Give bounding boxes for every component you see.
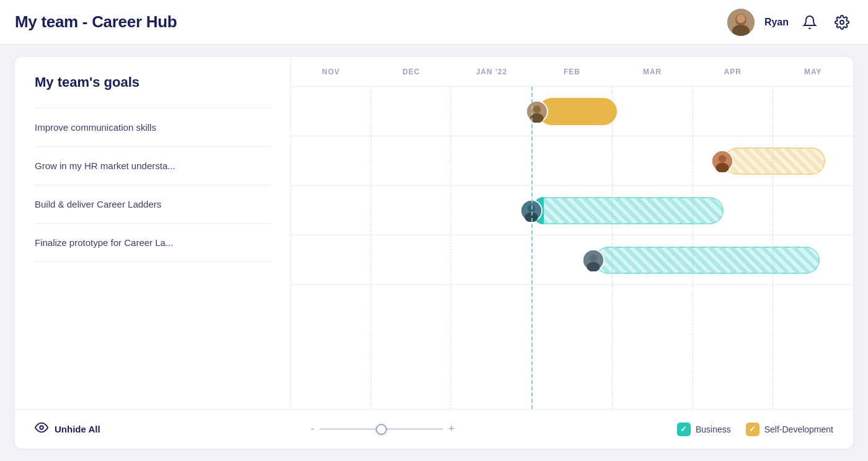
app-header: My team - Career Hub Ryan — [0, 0, 868, 45]
goal-item-4[interactable]: Finalize prototype for Career La... — [35, 224, 270, 262]
legend: ✓ Business ✓ Self-Development — [677, 423, 833, 436]
svg-point-6 — [533, 105, 541, 113]
month-apr: APR — [693, 68, 773, 76]
legend-selfdev-label: Self-Development — [764, 424, 833, 434]
page-title: My team - Career Hub — [15, 12, 177, 32]
legend-business-check[interactable]: ✓ — [677, 423, 691, 436]
month-header-row: NOV DEC JAN '22 FEB MAR APR MAY — [291, 57, 853, 87]
today-line — [531, 87, 533, 409]
gantt-row-4[interactable] — [291, 235, 853, 285]
card-body: My team's goals Improve communication sk… — [15, 57, 853, 409]
month-dec: DEC — [371, 68, 452, 76]
month-mar: MAR — [612, 68, 693, 76]
bar-1-fill — [538, 98, 617, 125]
zoom-thumb[interactable] — [376, 424, 387, 435]
username-label: Ryan — [764, 17, 789, 28]
bar-3-hatch — [544, 197, 724, 224]
zoom-control: - + — [311, 423, 652, 436]
bar-3[interactable] — [521, 197, 724, 224]
gantt-panel: NOV DEC JAN '22 FEB MAR APR MAY — [291, 57, 853, 409]
gantt-row-2[interactable] — [291, 136, 853, 186]
main-content: My team's goals Improve communication sk… — [0, 45, 868, 461]
card-footer: Unhide All - + ✓ Business ✓ — [15, 409, 853, 449]
month-feb: FEB — [532, 68, 613, 76]
bar-4-avatar — [582, 249, 604, 271]
gantt-rows — [291, 87, 853, 409]
goal-list: Improve communication skills Grow in my … — [35, 108, 270, 262]
notification-button[interactable] — [799, 11, 821, 33]
legend-selfdev-check[interactable]: ✓ — [746, 423, 760, 436]
month-nov: NOV — [291, 68, 371, 76]
svg-point-15 — [589, 254, 596, 261]
career-hub-card: My team's goals Improve communication sk… — [15, 57, 853, 449]
footer-left: Unhide All — [35, 421, 311, 437]
svg-point-4 — [840, 20, 844, 24]
goal-item-2[interactable]: Grow in my HR market understa... — [35, 147, 270, 185]
unhide-label[interactable]: Unhide All — [55, 424, 100, 434]
gantt-row-3[interactable] — [291, 186, 853, 235]
svg-point-16 — [587, 261, 600, 271]
settings-button[interactable] — [831, 11, 853, 33]
bar-2[interactable] — [712, 147, 825, 175]
panel-title: My team's goals — [35, 74, 270, 90]
svg-point-17 — [40, 426, 43, 429]
user-avatar[interactable] — [727, 9, 755, 36]
month-jan: JAN '22 — [451, 68, 532, 76]
month-may: MAY — [773, 68, 853, 76]
bar-4-fill — [595, 247, 820, 274]
zoom-in-button[interactable]: + — [448, 423, 455, 436]
svg-point-9 — [719, 155, 726, 162]
legend-business-label: Business — [696, 424, 731, 434]
bar-1-avatar — [526, 100, 548, 123]
legend-self-dev: ✓ Self-Development — [746, 423, 833, 436]
left-panel: My team's goals Improve communication sk… — [15, 57, 291, 409]
bar-2-fill — [724, 147, 825, 175]
bar-4[interactable] — [583, 247, 820, 274]
eye-icon — [35, 421, 48, 437]
header-right: Ryan — [727, 9, 853, 36]
svg-point-3 — [737, 14, 745, 23]
zoom-track[interactable] — [319, 428, 443, 430]
bar-2-avatar — [711, 150, 733, 172]
zoom-out-button[interactable]: - — [311, 423, 314, 436]
footer-right: - + ✓ Business ✓ Self-Development — [311, 423, 833, 436]
goal-item-3[interactable]: Build & deliver Career Ladders — [35, 185, 270, 224]
svg-point-10 — [716, 162, 729, 172]
goal-item-1[interactable]: Improve communication skills — [35, 108, 270, 147]
legend-business: ✓ Business — [677, 423, 731, 436]
bar-1[interactable] — [527, 98, 606, 125]
gantt-row-1[interactable] — [291, 87, 853, 136]
